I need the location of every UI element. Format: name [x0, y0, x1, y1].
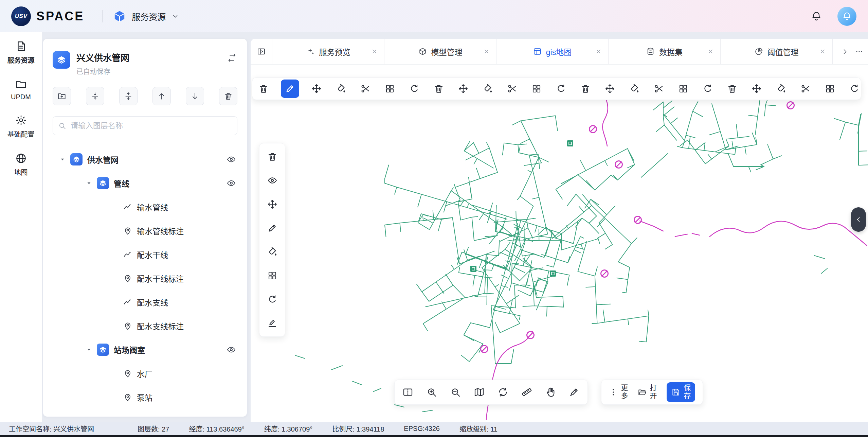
toolbar-button[interactable] [259, 311, 285, 335]
caret-down-icon[interactable] [86, 180, 92, 186]
tab[interactable]: 阈值管理 [721, 39, 833, 64]
layer-tree-row[interactable]: 泵站 [53, 385, 237, 409]
toolbar-button[interactable] [505, 80, 519, 98]
toolbar-button[interactable] [259, 216, 285, 240]
tab[interactable]: 服务预览 [272, 39, 384, 64]
tab[interactable]: 数据集 [609, 39, 721, 64]
map-canvas[interactable] [251, 65, 868, 422]
tabs-scroll-right-icon[interactable] [841, 48, 849, 56]
layer-tree-row[interactable]: 输水管线 [53, 195, 237, 219]
map-side-toolbar [259, 143, 285, 337]
tab[interactable]: 模型管理 [384, 39, 496, 64]
layer-tree-row[interactable]: 配水干线标注 [53, 266, 237, 290]
toolbar-button[interactable] [259, 145, 285, 169]
caret-down-icon[interactable] [86, 347, 92, 353]
layer-tree-row[interactable]: 配水支线 [53, 290, 237, 314]
toolbar-button[interactable] [749, 80, 764, 98]
layer-tree-row[interactable]: 配水支线标注 [53, 314, 237, 338]
close-icon[interactable] [595, 48, 602, 55]
layer-panel-toolbar [53, 87, 237, 105]
layer-panel-button[interactable] [152, 87, 171, 105]
toolbar-button[interactable] [603, 80, 617, 98]
nav-rail-item[interactable]: 地图 [0, 153, 42, 177]
layer-tree-row[interactable]: 配水干线 [53, 243, 237, 266]
toolbar-button[interactable] [701, 80, 715, 98]
close-icon[interactable] [483, 48, 490, 55]
toolbar-button[interactable] [309, 80, 324, 98]
toolbar-button[interactable] [334, 80, 348, 98]
toolbar-button[interactable] [432, 80, 446, 98]
toolbar-button[interactable] [725, 80, 739, 98]
layer-tree-row[interactable]: 输水管线标注 [53, 219, 237, 243]
toolbar-button[interactable] [847, 80, 861, 98]
toolbar-button[interactable] [774, 80, 788, 98]
toolbar-button[interactable] [798, 80, 813, 98]
toolbar-button[interactable] [543, 383, 558, 401]
logo-monogram: USV [15, 13, 27, 20]
layer-tree-row[interactable]: 水厂 [53, 362, 237, 385]
status-item: 图层数: 27 [138, 424, 169, 434]
layer-panel-button[interactable] [86, 87, 104, 105]
toolbar-button[interactable] [529, 80, 544, 98]
layer-search-input[interactable] [53, 116, 237, 135]
layer-tree-row[interactable]: 管线 [53, 171, 237, 195]
layer-tree-row[interactable]: 站场阀室 [53, 338, 237, 362]
layers-icon [56, 55, 67, 65]
toolbar-button[interactable] [496, 383, 510, 401]
eye-icon[interactable] [227, 178, 236, 188]
eye-icon[interactable] [227, 345, 236, 354]
toolbar-button[interactable] [554, 80, 568, 98]
toolbar-button[interactable] [401, 383, 415, 401]
swap-workspace-icon[interactable] [227, 53, 237, 63]
toolbar-button[interactable] [567, 383, 581, 401]
close-icon[interactable] [371, 48, 378, 55]
toolbar-button[interactable] [407, 80, 421, 98]
layer-panel-button[interactable] [219, 87, 237, 105]
eye-icon[interactable] [227, 155, 236, 164]
toolbar-button[interactable] [358, 80, 373, 98]
toolbar-button[interactable] [281, 80, 299, 98]
tab[interactable]: gis地图 [496, 39, 609, 64]
toolbar-button[interactable] [259, 264, 285, 287]
save-button[interactable]: 保存 [667, 382, 695, 402]
toolbar-button[interactable] [259, 192, 285, 216]
layer-panel-button[interactable] [119, 87, 138, 105]
toolbar-button[interactable] [627, 80, 641, 98]
close-icon[interactable] [707, 48, 714, 55]
toolbar-button[interactable] [520, 383, 534, 401]
toolbar-button[interactable] [456, 80, 470, 98]
layer-panel-button[interactable] [186, 87, 204, 105]
toolbar-button[interactable] [256, 80, 271, 98]
caret-down-icon[interactable] [59, 156, 66, 162]
layer-tree-row[interactable]: 供水管网 [53, 147, 237, 171]
app-switcher[interactable]: 服务资源 [113, 10, 179, 23]
open-button[interactable]: 打开 [638, 384, 656, 400]
collapse-panel-button[interactable] [851, 207, 866, 232]
pen-icon [569, 387, 580, 398]
notification-bell-icon[interactable] [811, 11, 822, 22]
toolbar-button[interactable] [448, 383, 463, 401]
toolbar-button[interactable] [424, 383, 439, 401]
status-item: 纬度: 1.306709° [264, 424, 313, 434]
toolbar-button[interactable] [652, 80, 666, 98]
more-button[interactable]: 更多 [609, 384, 628, 400]
layer-panel-button[interactable] [53, 87, 71, 105]
toolbar-button[interactable] [259, 240, 285, 264]
nav-rail-item[interactable]: UPDM [0, 78, 42, 101]
toolbar-button[interactable] [481, 80, 495, 98]
toolbar-button[interactable] [259, 169, 285, 192]
nav-rail-item[interactable]: 服务资源 [0, 40, 42, 65]
nav-rail-item[interactable]: 基础配置 [0, 115, 42, 139]
toolbar-button[interactable] [472, 383, 486, 401]
panel-toggle-icon[interactable] [251, 39, 272, 64]
tabs-more-icon[interactable] [855, 48, 863, 56]
rotate-icon [556, 84, 566, 94]
map-area: 更多 打开 保存 [251, 65, 868, 422]
toolbar-button[interactable] [259, 287, 285, 311]
toolbar-button[interactable] [578, 80, 593, 98]
toolbar-button[interactable] [823, 80, 837, 98]
toolbar-button[interactable] [383, 80, 397, 98]
close-icon[interactable] [819, 48, 826, 55]
toolbar-button[interactable] [676, 80, 690, 98]
avatar[interactable] [837, 7, 856, 26]
